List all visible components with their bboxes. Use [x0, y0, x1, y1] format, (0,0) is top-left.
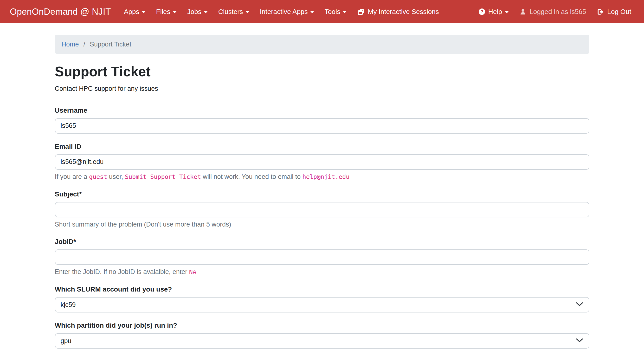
username-group: Username — [55, 106, 589, 134]
partition-select[interactable]: gpu — [55, 333, 589, 348]
brand-link[interactable]: OpenOnDemand @ NJIT — [10, 7, 111, 17]
email-input[interactable] — [55, 154, 589, 170]
windows-restore-icon — [357, 8, 365, 16]
nav-clusters-label: Clusters — [218, 8, 243, 16]
jobid-label: JobID* — [55, 238, 589, 246]
chevron-down-icon — [173, 11, 177, 13]
support-ticket-form: Username Email ID If you are a guest use… — [55, 106, 589, 348]
username-input[interactable] — [55, 118, 589, 134]
chevron-down-icon — [310, 11, 314, 13]
slurm-account-select[interactable]: kjc59 — [55, 297, 589, 312]
jobid-help-prefix: Enter the JobID. If no JobID is avaialbl… — [55, 268, 189, 276]
subject-label: Subject* — [55, 190, 589, 198]
question-circle-icon: ? — [478, 8, 486, 15]
jobid-help-code-na: NA — [189, 268, 196, 276]
nav-my-interactive-sessions[interactable]: My Interactive Sessions — [352, 0, 444, 23]
nav-files-label: Files — [156, 8, 170, 16]
partition-group: Which partition did your job(s) run in? … — [55, 322, 589, 348]
logged-in-status: Logged in as ls565 — [514, 0, 591, 23]
nav-tools[interactable]: Tools — [319, 0, 352, 23]
nav-jobs-label: Jobs — [187, 8, 202, 16]
page-title: Support Ticket — [55, 64, 589, 80]
nav-apps[interactable]: Apps — [119, 0, 151, 23]
nav-tools-label: Tools — [325, 8, 340, 16]
person-icon — [519, 8, 526, 16]
email-group: Email ID If you are a guest user, Submit… — [55, 142, 589, 181]
logout-button[interactable]: Log Out — [591, 0, 631, 23]
nav-clusters[interactable]: Clusters — [213, 0, 254, 23]
breadcrumb: Home / Support Ticket — [55, 35, 589, 54]
email-help-prefix: If you are a — [55, 173, 89, 180]
nav-jobs[interactable]: Jobs — [182, 0, 213, 23]
page-subtitle: Contact HPC support for any issues — [55, 85, 589, 92]
subject-help-text: Short summary of the problem (Don't use … — [55, 220, 589, 229]
jobid-input[interactable] — [55, 250, 589, 265]
nav-help[interactable]: ? Help — [473, 0, 514, 23]
subject-input[interactable] — [55, 202, 589, 218]
slurm-account-group: Which SLURM account did you use? kjc59 — [55, 285, 589, 312]
sign-out-icon — [596, 8, 604, 16]
chevron-down-icon — [505, 11, 509, 13]
nav-files[interactable]: Files — [151, 0, 182, 23]
breadcrumb-separator: / — [84, 40, 86, 48]
nav-interactive-apps[interactable]: Interactive Apps — [254, 0, 319, 23]
chevron-down-icon — [246, 11, 249, 13]
navbar-right: ? Help Logged in as ls565 Log — [473, 0, 631, 23]
email-help-code-guest: guest — [89, 173, 107, 180]
chevron-down-icon — [204, 11, 208, 13]
subject-group: Subject* Short summary of the problem (D… — [55, 190, 589, 229]
email-label: Email ID — [55, 142, 589, 151]
nav-help-label: Help — [488, 8, 502, 16]
email-help-code-submit: Submit Support Ticket — [125, 173, 201, 180]
nav-interactive-apps-label: Interactive Apps — [260, 8, 308, 16]
breadcrumb-current: Support Ticket — [90, 40, 132, 48]
logged-in-label: Logged in as ls565 — [530, 8, 586, 16]
chevron-down-icon — [142, 11, 146, 13]
chevron-down-icon — [343, 11, 346, 13]
nav-my-interactive-sessions-label: My Interactive Sessions — [368, 8, 439, 16]
svg-text:?: ? — [480, 10, 483, 14]
email-help-mid1: user, — [107, 173, 125, 180]
slurm-account-label: Which SLURM account did you use? — [55, 285, 589, 294]
breadcrumb-home-link[interactable]: Home — [62, 40, 79, 48]
main-nav: Apps Files Jobs Clusters Interactive App… — [119, 0, 444, 23]
partition-label: Which partition did your job(s) run in? — [55, 322, 589, 330]
nav-apps-label: Apps — [124, 8, 139, 16]
logout-label: Log Out — [607, 8, 631, 16]
top-navbar: OpenOnDemand @ NJIT Apps Files Jobs Clus… — [0, 0, 644, 23]
jobid-help-text: Enter the JobID. If no JobID is avaialbl… — [55, 268, 589, 276]
email-help-text: If you are a guest user, Submit Support … — [55, 172, 589, 181]
email-help-mid2: will not work. You need to email to — [201, 173, 302, 180]
jobid-group: JobID* Enter the JobID. If no JobID is a… — [55, 238, 589, 276]
email-help-code-address: help@njit.edu — [302, 173, 350, 180]
username-label: Username — [55, 106, 589, 114]
